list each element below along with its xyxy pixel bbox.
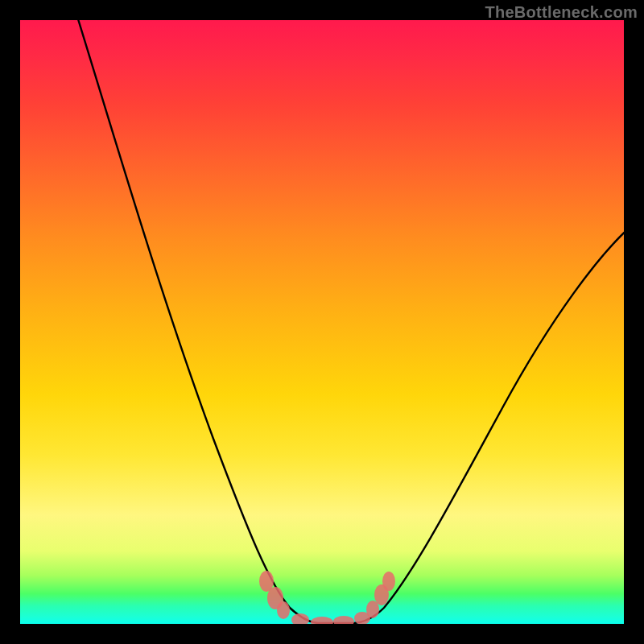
plot-area: [20, 20, 624, 624]
highlight-dots: [259, 571, 395, 624]
watermark-text: TheBottleneck.com: [485, 3, 638, 22]
chart-frame: TheBottleneck.com: [0, 0, 644, 644]
svg-point-4: [311, 617, 333, 624]
svg-point-3: [291, 613, 309, 624]
bottleneck-curve: [68, 20, 624, 623]
svg-point-9: [382, 572, 395, 591]
curve-layer: [20, 20, 624, 624]
svg-point-2: [277, 601, 290, 619]
svg-point-5: [333, 616, 354, 624]
